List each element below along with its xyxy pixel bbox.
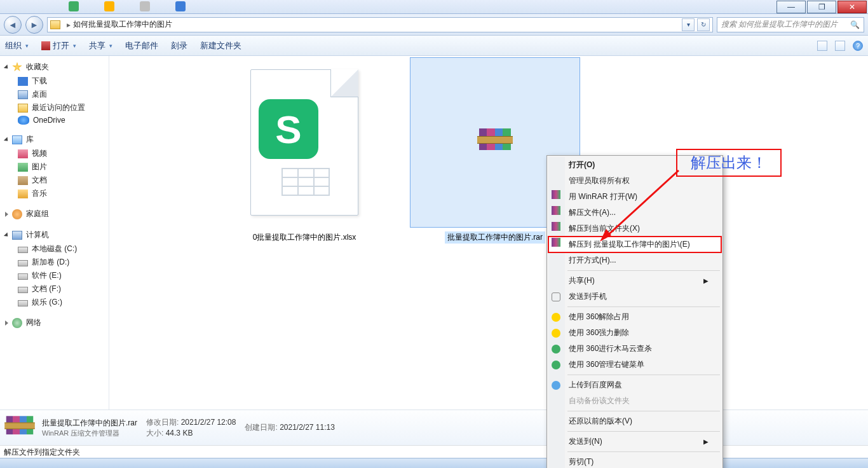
file-item-xlsx[interactable]: S 0批量提取工作簿中的图片.xlsx: [219, 57, 390, 244]
nav-forward-button[interactable]: ►: [25, 16, 43, 34]
refresh-button[interactable]: ↻: [697, 18, 710, 31]
file-name-label: 0批量提取工作簿中的图片.xlsx: [250, 231, 359, 244]
sidebar-item-downloads[interactable]: 下载: [0, 74, 109, 88]
window-maximize-button[interactable]: ❐: [807, 1, 836, 13]
file-list-pane[interactable]: S 0批量提取工作簿中的图片.xlsx: [109, 56, 868, 410]
background-app-icons: [69, 1, 186, 11]
menu-label: 用 WinRAR 打开(W): [569, 191, 637, 202]
homegroup-icon: [12, 209, 22, 219]
sidebar-favorites-header[interactable]: 收藏夹: [0, 60, 109, 74]
sidebar-item-label: 娱乐 (G:): [32, 297, 62, 308]
organize-button[interactable]: 组织: [5, 40, 29, 52]
menu-separator: [567, 431, 720, 432]
submenu-arrow-icon: ▶: [703, 277, 709, 284]
details-file-type: WinRAR 压缩文件管理器: [42, 429, 137, 438]
sidebar-item-drive-f[interactable]: 文档 (F:): [0, 282, 109, 296]
360-icon: [552, 329, 560, 338]
spreadsheet-app-icon: S: [259, 99, 318, 159]
menu-upload-baidu[interactable]: 上传到百度网盘: [548, 377, 721, 393]
menu-cut[interactable]: 剪切(T): [548, 454, 721, 468]
burn-button[interactable]: 刻录: [171, 40, 187, 52]
sidebar-label: 收藏夹: [26, 62, 49, 72]
open-icon: [41, 41, 50, 50]
folder-icon: [50, 20, 60, 29]
nav-back-button[interactable]: ◄: [4, 16, 22, 34]
menu-send-phone[interactable]: 发送到手机: [548, 289, 721, 305]
menu-open-winrar[interactable]: 用 WinRAR 打开(W): [548, 189, 721, 205]
share-button[interactable]: 共享: [89, 40, 112, 52]
status-bar: 解压文件到指定文件夹: [0, 445, 868, 458]
library-icon: [12, 135, 22, 144]
sidebar-item-pictures[interactable]: 图片: [0, 160, 109, 174]
360-icon: [552, 361, 560, 369]
search-input[interactable]: 搜索 如何批量提取工作簿中的图片 🔍: [717, 17, 864, 32]
address-dropdown-button[interactable]: ▾: [682, 18, 695, 31]
menu-label: 解压到 批量提取工作簿中的图片\(E): [569, 239, 690, 250]
drive-icon: [18, 247, 28, 253]
menu-extract-here[interactable]: 解压到当前文件夹(X): [548, 221, 721, 237]
sidebar-item-documents[interactable]: 文档: [0, 174, 109, 187]
details-moddate: 修改日期: 2021/2/27 12:08: [146, 417, 236, 428]
sidebar-item-drive-g[interactable]: 娱乐 (G:): [0, 296, 109, 309]
sidebar-item-label: 视频: [32, 148, 47, 159]
new-folder-button[interactable]: 新建文件夹: [200, 40, 241, 52]
window-minimize-button[interactable]: —: [776, 1, 806, 13]
breadcrumb-path[interactable]: 如何批量提取工作簿中的图片: [73, 19, 172, 30]
sidebar-item-drive-e[interactable]: 软件 (E:): [0, 269, 109, 282]
sidebar-item-label: 图片: [32, 162, 47, 172]
context-menu: 打开(O) 管理员取得所有权 用 WinRAR 打开(W) 解压文件(A)...…: [546, 155, 723, 468]
sidebar-item-desktop[interactable]: 桌面: [0, 88, 109, 101]
menu-open-with[interactable]: 打开方式(H)...: [548, 252, 721, 268]
rar-icon: [479, 128, 511, 156]
sidebar-libraries-header[interactable]: 库: [0, 132, 109, 147]
menu-send-to[interactable]: 发送到(N)▶: [548, 434, 721, 450]
menu-360-trojan-scan[interactable]: 使用 360进行木马云查杀: [548, 341, 721, 357]
360-icon: [552, 313, 560, 322]
network-icon: [12, 318, 22, 328]
drive-icon: [18, 300, 28, 306]
sidebar-label: 网络: [26, 317, 41, 328]
menu-360-force-delete[interactable]: 使用 360强力删除: [548, 325, 721, 341]
menu-share[interactable]: 共享(H)▶: [548, 273, 721, 289]
menu-extract-files[interactable]: 解压文件(A)...: [548, 205, 721, 221]
pictures-icon: [18, 163, 28, 172]
menu-separator: [567, 270, 720, 271]
preview-pane-button[interactable]: [835, 41, 845, 51]
videos-icon: [18, 149, 28, 158]
menu-extract-to-folder[interactable]: 解压到 批量提取工作簿中的图片\(E): [548, 237, 721, 252]
open-button[interactable]: 打开: [41, 40, 76, 52]
search-placeholder: 搜索 如何批量提取工作簿中的图片: [721, 19, 837, 30]
360-icon: [552, 345, 560, 354]
submenu-arrow-icon: ▶: [703, 438, 709, 445]
sidebar-item-label: OneDrive: [33, 116, 65, 125]
sidebar-item-drive-d[interactable]: 新加卷 (D:): [0, 256, 109, 269]
sidebar-homegroup[interactable]: 家庭组: [0, 207, 109, 221]
window-close-button[interactable]: ✕: [837, 1, 867, 13]
open-label: 打开: [53, 40, 69, 52]
sidebar-network[interactable]: 网络: [0, 315, 109, 330]
grid-icon: [281, 168, 330, 196]
menu-label: 解压到当前文件夹(X): [569, 223, 640, 234]
star-icon: [12, 62, 22, 72]
menu-restore-versions[interactable]: 还原以前的版本(V): [548, 413, 721, 429]
sidebar-item-onedrive[interactable]: OneDrive: [0, 114, 109, 126]
menu-360-unlock[interactable]: 使用 360解除占用: [548, 309, 721, 325]
menu-auto-backup: 自动备份该文件夹: [548, 393, 721, 409]
sidebar-item-label: 音乐: [32, 188, 47, 199]
sidebar-item-drive-c[interactable]: 本地磁盘 (C:): [0, 242, 109, 256]
email-button[interactable]: 电子邮件: [125, 40, 158, 52]
music-icon: [18, 189, 28, 198]
sidebar-computer-header[interactable]: 计算机: [0, 228, 109, 242]
winrar-icon: [552, 222, 560, 231]
sidebar-label: 计算机: [26, 230, 49, 240]
menu-label: 解压文件(A)...: [569, 207, 616, 218]
taskbar[interactable]: [0, 458, 868, 468]
winrar-icon: [552, 190, 560, 199]
sidebar-item-music[interactable]: 音乐: [0, 187, 109, 200]
sidebar-item-recent[interactable]: 最近访问的位置: [0, 101, 109, 114]
view-options-button[interactable]: [817, 41, 827, 51]
menu-360-manage-context[interactable]: 使用 360管理右键菜单: [548, 357, 721, 373]
address-bar[interactable]: ▸ 如何批量提取工作簿中的图片 ▾ ↻: [47, 17, 713, 32]
help-button[interactable]: ?: [853, 41, 863, 51]
sidebar-item-videos[interactable]: 视频: [0, 147, 109, 160]
